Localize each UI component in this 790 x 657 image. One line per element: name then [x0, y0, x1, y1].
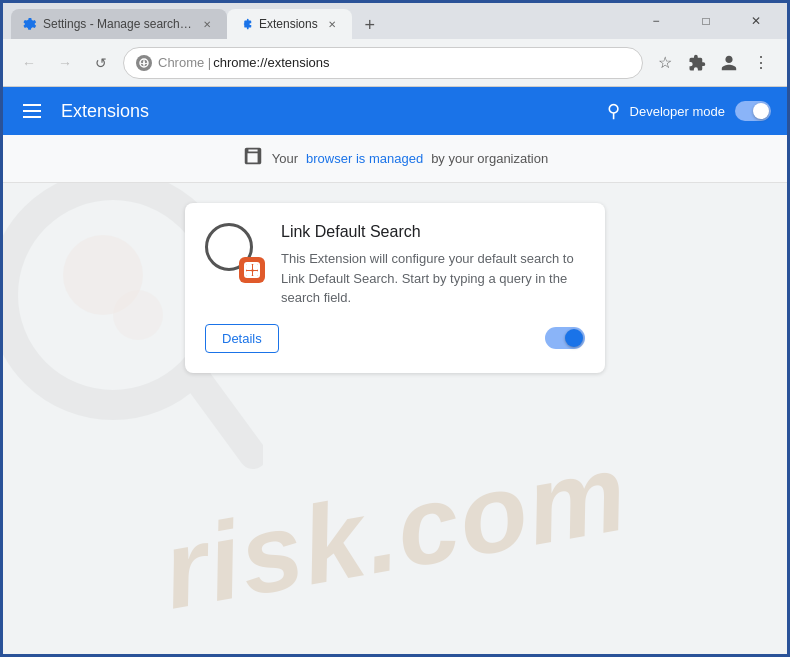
address-bar: ← → ↺ Chrome | chrome://extensions ☆	[3, 39, 787, 87]
back-button[interactable]: ←	[15, 49, 43, 77]
developer-mode-area: ⚲ Developer mode	[607, 100, 771, 122]
search-icon[interactable]: ⚲	[607, 100, 620, 122]
browser-window: Settings - Manage search engine ✕ Extens…	[3, 3, 787, 654]
tab-extensions[interactable]: Extensions ✕	[227, 9, 352, 39]
extension-card: Link Default Search This Extension will …	[185, 203, 605, 373]
hamburger-line-2	[23, 110, 41, 112]
settings-tab-close[interactable]: ✕	[199, 16, 215, 32]
hamburger-menu[interactable]	[19, 100, 45, 122]
extension-header: Extensions ⚲ Developer mode	[3, 87, 787, 135]
main-content: risk.com Your browser is managed by your…	[3, 135, 787, 654]
site-icon	[136, 55, 152, 71]
managed-banner: Your browser is managed by your organiza…	[3, 135, 787, 183]
url-domain: Chrome |	[158, 55, 211, 70]
extension-info: Link Default Search This Extension will …	[281, 223, 585, 308]
extension-icon-area	[205, 223, 265, 283]
new-tab-button[interactable]: +	[356, 11, 384, 39]
developer-mode-toggle[interactable]	[735, 101, 771, 121]
details-button[interactable]: Details	[205, 324, 279, 353]
url-path: chrome://extensions	[213, 55, 329, 70]
tabs-area: Settings - Manage search engine ✕ Extens…	[11, 3, 633, 39]
url-text: Chrome | chrome://extensions	[158, 55, 330, 70]
extensions-tab-label: Extensions	[259, 17, 318, 31]
extensions-page-title: Extensions	[61, 101, 591, 122]
extension-name: Link Default Search	[281, 223, 585, 241]
extension-toggle[interactable]	[545, 327, 585, 349]
hamburger-line-3	[23, 116, 41, 118]
window-controls: − □ ✕	[633, 7, 779, 35]
extension-toggle-knob	[565, 329, 583, 347]
svg-line-2	[198, 380, 253, 455]
tab-settings[interactable]: Settings - Manage search engine ✕	[11, 9, 227, 39]
extension-card-header: Link Default Search This Extension will …	[205, 223, 585, 308]
managed-text-before: Your	[272, 151, 298, 166]
refresh-button[interactable]: ↺	[87, 49, 115, 77]
menu-button[interactable]: ⋮	[747, 49, 775, 77]
puzzle-icon	[239, 17, 253, 31]
maximize-button[interactable]: □	[683, 7, 729, 35]
extension-badge	[239, 257, 265, 283]
svg-point-4	[113, 290, 163, 340]
close-button[interactable]: ✕	[733, 7, 779, 35]
address-icons: ☆ ⋮	[651, 49, 775, 77]
account-button[interactable]	[715, 49, 743, 77]
title-bar: Settings - Manage search engine ✕ Extens…	[3, 3, 787, 39]
managed-text-after: by your organization	[431, 151, 548, 166]
hamburger-line-1	[23, 104, 41, 106]
extension-card-footer: Details	[205, 324, 585, 353]
developer-mode-label: Developer mode	[630, 104, 725, 119]
toggle-knob	[753, 103, 769, 119]
settings-tab-label: Settings - Manage search engine	[43, 17, 193, 31]
bookmark-button[interactable]: ☆	[651, 49, 679, 77]
extension-description: This Extension will configure your defau…	[281, 249, 585, 308]
extensions-button[interactable]	[683, 49, 711, 77]
url-bar[interactable]: Chrome | chrome://extensions	[123, 47, 643, 79]
settings-icon	[23, 17, 37, 31]
minimize-button[interactable]: −	[633, 7, 679, 35]
managed-icon	[242, 145, 264, 172]
extensions-tab-close[interactable]: ✕	[324, 16, 340, 32]
managed-link[interactable]: browser is managed	[306, 151, 423, 166]
forward-button[interactable]: →	[51, 49, 79, 77]
extension-badge-inner	[244, 262, 260, 278]
